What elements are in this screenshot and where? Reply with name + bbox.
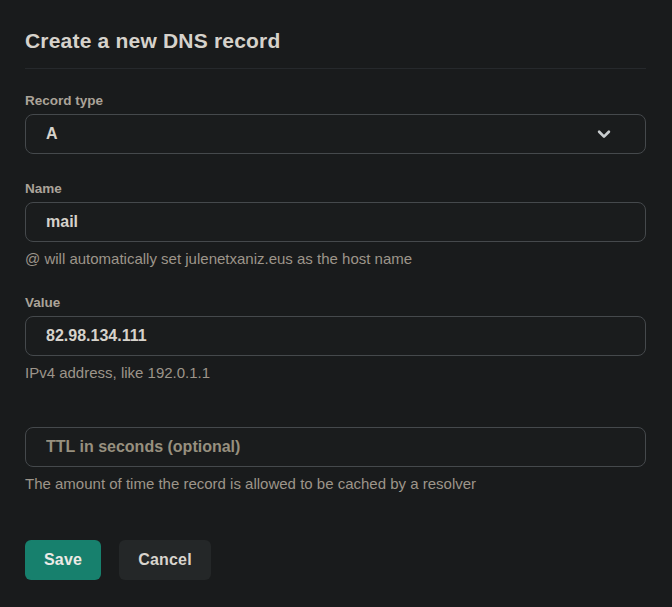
ttl-field-group: The amount of time the record is allowed… xyxy=(25,427,646,493)
value-field-group: Value IPv4 address, like 192.0.1.1 xyxy=(25,294,646,382)
name-field-group: Name @ will automatically set julenetxan… xyxy=(25,180,646,268)
value-label: Value xyxy=(25,294,646,311)
chevron-down-icon xyxy=(595,125,613,143)
form-actions: Save Cancel xyxy=(25,540,646,580)
name-input[interactable] xyxy=(25,202,646,242)
name-helper-text: @ will automatically set julenetxaniz.eu… xyxy=(25,249,646,268)
record-type-selected-value: A xyxy=(46,125,58,143)
value-helper-text: IPv4 address, like 192.0.1.1 xyxy=(25,363,646,382)
ttl-input[interactable] xyxy=(25,427,646,467)
page-title: Create a new DNS record xyxy=(25,28,646,54)
record-type-field-group: Record type A xyxy=(25,92,646,154)
record-type-select[interactable]: A xyxy=(25,114,646,154)
save-button[interactable]: Save xyxy=(25,540,101,580)
record-type-label: Record type xyxy=(25,92,646,109)
value-input[interactable] xyxy=(25,316,646,356)
create-dns-record-form: Create a new DNS record Record type A Na… xyxy=(0,0,672,607)
name-label: Name xyxy=(25,180,646,197)
title-divider xyxy=(25,68,646,69)
ttl-helper-text: The amount of time the record is allowed… xyxy=(25,474,646,493)
cancel-button[interactable]: Cancel xyxy=(119,540,211,580)
